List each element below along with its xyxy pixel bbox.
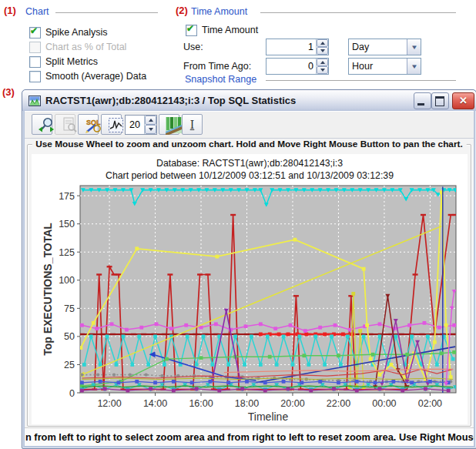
checkbox-label: Chart as % of Total <box>45 42 126 52</box>
svg-text:75: 75 <box>64 303 75 314</box>
checkbox-label: Smooth (Average) Data <box>45 71 146 82</box>
zoom-reset-button[interactable] <box>32 114 52 135</box>
svg-text:18:00: 18:00 <box>235 398 259 409</box>
from-time-ago-input[interactable] <box>266 59 316 74</box>
spin-buttons <box>316 39 328 55</box>
checkbox-box[interactable] <box>29 42 41 53</box>
checkbox-time-amount[interactable]: Time Amount <box>186 24 258 36</box>
chart-style-icon <box>164 116 183 135</box>
svg-text:100: 100 <box>59 275 75 286</box>
checkbox-label: Time Amount <box>202 25 258 35</box>
time-amount-separator <box>260 12 456 13</box>
zoom-reset-icon <box>37 116 56 135</box>
chart-panel[interactable]: Database: RACTST1(awr);db:280412143;i:3 … <box>32 154 468 424</box>
spike-analysis-chart[interactable]: 025507510012515017512:0014:0016:0018:002… <box>32 183 468 423</box>
screenshot-root: (1) Chart Spike Analysis Chart as % of T… <box>0 0 476 449</box>
chart-toolbar: SQL <box>25 111 474 139</box>
minimize-button[interactable] <box>414 92 431 109</box>
chevron-down-icon[interactable] <box>407 59 421 74</box>
section-2-marker: (2) <box>176 5 188 16</box>
checkbox-label: Split Metrics <box>45 56 98 67</box>
spike-chart-icon <box>106 116 126 135</box>
checkbox-chart-percent-total[interactable]: Chart as % of Total <box>29 41 126 53</box>
show-sql-button[interactable]: SQL <box>78 114 99 135</box>
maximize-icon <box>435 96 444 106</box>
svg-text:00:00: 00:00 <box>372 398 396 409</box>
svg-text:20:00: 20:00 <box>280 398 304 409</box>
close-button[interactable]: ✕ <box>452 92 474 109</box>
top-sql-window: RACTST1(awr);db:280412143;i:3 / Top SQL … <box>22 89 476 449</box>
top-n-spinner[interactable] <box>125 115 157 135</box>
checkbox-box[interactable] <box>186 25 197 36</box>
spin-buttons <box>316 59 328 74</box>
show-sql-icon: SQL <box>83 116 102 135</box>
checkbox-smooth-average-data[interactable]: Smooth (Average) Data <box>29 70 146 82</box>
view-report-button[interactable] <box>55 114 75 135</box>
use-label: Use: <box>183 42 203 52</box>
svg-text:175: 175 <box>59 191 75 202</box>
interval-icon: I <box>187 116 197 134</box>
time-amount-group-title: Time Amount <box>191 6 247 17</box>
chart-hint-text: Use Mouse Wheel to zoom and unzoom chart… <box>32 139 466 149</box>
close-icon: ✕ <box>453 93 474 109</box>
window-icon <box>28 95 41 107</box>
spin-up-button[interactable] <box>145 116 156 125</box>
use-unit-value: Day <box>349 42 407 52</box>
svg-text:50: 50 <box>64 331 75 342</box>
window-body: SQL <box>25 111 474 446</box>
status-bar: n from left to right to select zoom area… <box>25 427 474 446</box>
spike-chart-button[interactable] <box>101 114 122 135</box>
chart-group-title: Chart <box>25 6 49 17</box>
from-time-ago-label: From Time Ago: <box>183 61 251 72</box>
from-time-ago-unit-dropdown[interactable]: Hour <box>348 58 421 75</box>
window-titlebar[interactable]: RACTST1(awr);db:280412143;i:3 / Top SQL … <box>22 90 476 111</box>
view-report-icon <box>60 116 79 135</box>
spin-down-button[interactable] <box>145 125 156 134</box>
svg-text:Top EXECUTIONS_TOTAL: Top EXECUTIONS_TOTAL <box>42 223 54 356</box>
checkbox-label: Spike Analysis <box>45 27 108 38</box>
checkbox-box[interactable] <box>29 71 41 82</box>
spin-up-button[interactable] <box>317 39 328 47</box>
spin-up-button[interactable] <box>317 59 328 66</box>
svg-text:12:00: 12:00 <box>97 398 121 409</box>
section-1-marker: (1) <box>4 5 16 16</box>
section-3-marker: (3) <box>2 86 15 98</box>
checkbox-spike-analysis[interactable]: Spike Analysis <box>29 26 108 39</box>
svg-text:02:00: 02:00 <box>418 398 442 409</box>
interval-button[interactable]: I <box>182 114 203 135</box>
svg-text:125: 125 <box>59 247 75 258</box>
chart-group-separator <box>55 12 158 13</box>
from-time-ago-unit-value: Hour <box>349 61 407 72</box>
chevron-down-icon[interactable] <box>407 39 421 55</box>
checkbox-split-metrics[interactable]: Split Metrics <box>29 55 98 68</box>
svg-text:150: 150 <box>59 219 75 230</box>
spin-down-button[interactable] <box>317 66 328 74</box>
chart-style-button[interactable] <box>159 114 179 135</box>
svg-text:22:00: 22:00 <box>327 398 350 409</box>
window-title: RACTST1(awr);db:280412143;i:3 / Top SQL … <box>45 95 296 106</box>
snapshot-range-title: Snapshot Range <box>185 74 256 85</box>
svg-text:Timeline: Timeline <box>248 410 289 423</box>
snapshot-range-separator <box>266 80 456 81</box>
chart-subtitle: Chart period between 10/12/2009 03:12:51… <box>32 170 468 181</box>
chart-title: Database: RACTST1(awr);db:280412143;i:3 <box>32 158 468 169</box>
minimize-icon <box>417 103 424 106</box>
maximize-button[interactable] <box>431 92 449 109</box>
svg-text:25: 25 <box>64 360 75 370</box>
use-unit-dropdown[interactable]: Day <box>348 39 421 55</box>
spin-buttons <box>144 116 156 134</box>
from-time-ago-spinner[interactable] <box>266 58 329 75</box>
use-amount-input[interactable] <box>266 39 316 55</box>
spin-down-button[interactable] <box>317 47 328 55</box>
status-text: n from left to right to select zoom area… <box>25 431 474 443</box>
top-n-input[interactable] <box>126 116 144 134</box>
use-amount-spinner[interactable] <box>266 39 329 55</box>
svg-text:16:00: 16:00 <box>189 398 213 409</box>
svg-text:14:00: 14:00 <box>143 398 167 409</box>
checkbox-box[interactable] <box>29 56 41 68</box>
svg-text:0: 0 <box>69 388 75 399</box>
checkbox-box[interactable] <box>29 27 41 39</box>
